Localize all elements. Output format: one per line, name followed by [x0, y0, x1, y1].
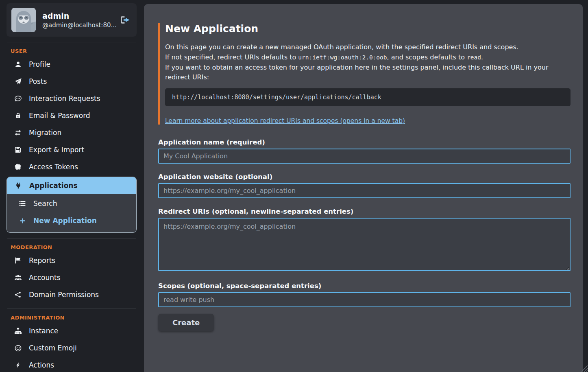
redirect-uris-group: Redirect URIs (optional, newline-separat… — [158, 208, 571, 273]
logout-icon[interactable] — [120, 16, 130, 24]
redirect-uris-label: Redirect URIs (optional, newline-separat… — [158, 208, 571, 215]
sidebar-item-label: Profile — [29, 60, 50, 68]
sidebar-item-profile[interactable]: Profile — [7, 56, 137, 73]
sidebar-item-migration[interactable]: Migration — [7, 124, 137, 141]
sidebar-item-label: Reports — [29, 256, 55, 265]
sidebar-item-label: Actions — [29, 361, 54, 369]
section-header-moderation: MODERATION — [11, 244, 137, 250]
sidebar-item-label: Posts — [29, 77, 47, 85]
submenu-item-search[interactable]: Search — [7, 195, 136, 212]
intro-line-3: If you want to obtain an access token fo… — [165, 63, 571, 83]
share-nodes-icon — [14, 291, 22, 298]
divider — [7, 238, 136, 239]
certificate-icon — [14, 164, 22, 170]
applications-group: Applications Search New Application — [7, 177, 137, 233]
section-header-user: USER — [11, 48, 137, 54]
sidebar: admin @admin@localhost:80... USER Profil… — [0, 0, 144, 372]
application-website-label: Application website (optional) — [158, 173, 571, 181]
sidebar-item-applications[interactable]: Applications — [7, 177, 136, 194]
sidebar-item-label: Migration — [29, 129, 61, 137]
plus-icon — [18, 218, 26, 224]
submenu-item-new-application[interactable]: New Application — [7, 212, 136, 229]
sidebar-item-reports[interactable]: Reports — [7, 252, 137, 269]
divider — [7, 42, 136, 42]
scopes-input[interactable] — [158, 292, 571, 307]
sidebar-item-label: Instance — [29, 327, 58, 335]
application-name-label: Application name (required) — [158, 138, 571, 146]
section-header-administration: ADMINISTRATION — [11, 315, 137, 321]
sidebar-item-instance[interactable]: Instance — [7, 322, 137, 339]
inline-code-oob: urn:ietf:wg:oauth:2.0:oob — [298, 54, 387, 61]
sidebar-item-label: Email & Password — [29, 112, 90, 120]
intro-text: On this page you can create a new manage… — [165, 42, 571, 83]
new-application-form: Application name (required) Application … — [158, 138, 571, 331]
avatar — [11, 8, 36, 32]
sidebar-item-label: Accounts — [29, 274, 61, 282]
sitemap-icon — [14, 328, 22, 334]
sidebar-item-custom-emoji[interactable]: Custom Emoji — [7, 339, 137, 357]
scopes-label: Scopes (optional, space-separated entrie… — [158, 282, 571, 290]
intro-line-2: If not specified, redirect URIs defaults… — [165, 53, 571, 63]
sidebar-item-label: Access Tokens — [29, 163, 78, 171]
sidebar-item-posts[interactable]: Posts — [7, 73, 137, 90]
sidebar-item-label: Applications — [29, 182, 78, 190]
create-button[interactable]: Create — [158, 314, 214, 331]
user-card[interactable]: admin @admin@localhost:80... — [7, 3, 137, 37]
bolt-icon — [14, 362, 22, 368]
user-meta: admin @admin@localhost:80... — [42, 11, 114, 29]
submenu-item-label: Search — [33, 199, 57, 208]
application-name-input[interactable] — [158, 149, 571, 164]
page-title: New Application — [165, 23, 571, 35]
application-website-input[interactable] — [158, 183, 571, 198]
inline-code-read: read — [467, 54, 481, 61]
sidebar-item-label: Export & Import — [29, 146, 84, 154]
sidebar-item-export-import[interactable]: Export & Import — [7, 141, 137, 158]
smiley-icon — [14, 345, 22, 352]
sidebar-item-interaction-requests[interactable]: Interaction Requests — [7, 90, 137, 107]
floppy-disk-icon — [14, 147, 22, 153]
sidebar-item-label: Interaction Requests — [29, 94, 100, 103]
users-icon — [14, 274, 22, 281]
sidebar-item-actions[interactable]: Actions — [7, 357, 137, 372]
divider — [7, 309, 136, 309]
applications-submenu: Search New Application — [7, 194, 136, 232]
sidebar-item-label: Domain Permissions — [29, 291, 99, 299]
paper-plane-icon — [14, 78, 22, 85]
sidebar-item-domain-permissions[interactable]: Domain Permissions — [7, 286, 137, 303]
flag-icon — [14, 257, 22, 264]
submenu-item-label: New Application — [33, 217, 97, 225]
plug-icon — [14, 182, 22, 189]
sidebar-item-email-password[interactable]: Email & Password — [7, 107, 137, 124]
user-name: admin — [42, 11, 114, 20]
comment-icon — [14, 95, 22, 102]
main-panel: New Application On this page you can cre… — [144, 4, 583, 372]
application-name-group: Application name (required) — [158, 138, 571, 164]
sidebar-item-access-tokens[interactable]: Access Tokens — [7, 158, 137, 175]
sidebar-item-accounts[interactable]: Accounts — [7, 269, 137, 286]
redirect-uris-textarea[interactable] — [158, 218, 571, 271]
callback-url-code-block: http://localhost:8080/settings/user/appl… — [165, 88, 571, 106]
page-header: New Application On this page you can cre… — [158, 23, 571, 125]
exchange-arrows-icon — [14, 129, 22, 136]
window-resize-grip[interactable] — [581, 365, 588, 372]
user-handle: @admin@localhost:80... — [42, 22, 114, 29]
lock-icon — [14, 112, 22, 119]
scopes-group: Scopes (optional, space-separated entrie… — [158, 282, 571, 307]
intro-line-1: On this page you can create a new manage… — [165, 42, 571, 53]
application-website-group: Application website (optional) — [158, 173, 571, 198]
sidebar-item-label: Custom Emoji — [29, 344, 77, 352]
user-icon — [14, 61, 22, 68]
learn-more-link[interactable]: Learn more about application redirect UR… — [165, 117, 405, 125]
list-icon — [18, 200, 26, 207]
